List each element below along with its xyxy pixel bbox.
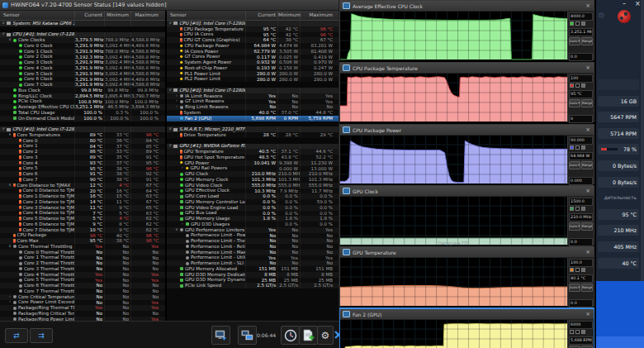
graph-window-gpu-clock[interactable]: GPU Clock × Нагрузка ГП 1500.0 210.0 (339, 185, 594, 246)
column-sensor[interactable]: Sensor (167, 11, 245, 20)
graph-titlebar[interactable]: Average Effective CPU Clock × (340, 1, 594, 12)
expand-arrow-icon[interactable]: › (180, 166, 185, 172)
sensor-group-row[interactable]: ∨CPU [#0]: Intel Core i7-12800H: Enhance… (167, 21, 339, 26)
scale-max-value[interactable]: 100.0 (569, 259, 593, 267)
logging-clock-button[interactable] (281, 326, 300, 345)
sensor-row[interactable]: Core 184 °C37 °C85 °C (0, 144, 165, 150)
sensor-group-row[interactable]: ∨CPU [#0]: Intel Core i7-12800H: Perform… (167, 88, 339, 93)
sensor-row[interactable]: Core 7 Distance to TjMAX10 °C9 °C62 °C (0, 227, 165, 233)
grid-color-swatch[interactable] (581, 268, 585, 272)
graph-window-cpu-package-power[interactable]: CPU Package Power × 90.000 64.984 W (339, 124, 594, 184)
collapse-arrow-icon[interactable]: ∨ (168, 88, 173, 93)
sensor-row[interactable]: ›Core Power Limit ExceededNoNoYes (0, 300, 165, 306)
column-minimum[interactable]: Minimum (277, 11, 300, 20)
collapse-arrow-icon[interactable]: ∨ (168, 126, 173, 132)
sensor-row[interactable]: GPU Hot Spot Temperature48.5 °C43.8 °C52… (167, 155, 339, 160)
scale-min-value[interactable]: 0.0 (569, 53, 593, 61)
collapse-arrow-icon[interactable]: ∨ (1, 32, 6, 38)
collapse-arrow-icon[interactable]: ∨ (7, 37, 12, 43)
close-icon[interactable]: × (585, 3, 591, 9)
widget-minimize-button[interactable]: – (623, 0, 626, 7)
sensor-row[interactable]: Package/Ring Thermal ThrottlingYesNoYes (0, 305, 165, 311)
sensor-row[interactable]: Core 5 Thermal ThrottlingYesNoYes (0, 278, 165, 284)
sensor-row[interactable]: GPU Video Clock555.0 MHz555.0 MHz555.0 M… (167, 183, 339, 188)
collapse-arrow-icon[interactable]: ∨ (168, 21, 173, 26)
grid-color-swatch[interactable] (581, 83, 585, 88)
range-button[interactable]: Range (581, 284, 593, 292)
sensor-row[interactable]: Average Effective CPU Clock3,251.1 MHz46… (0, 104, 165, 110)
range-button[interactable]: Range (581, 37, 593, 45)
sensor-row[interactable]: Bus Clock99.8 MHz99.8 MHz99.8 MHz (0, 88, 165, 93)
grid-color-swatch[interactable] (581, 145, 585, 150)
sensor-row[interactable]: CPU Package Temperature95 °C42 °C96 °C (167, 26, 339, 32)
series-color-swatch[interactable] (570, 145, 574, 150)
sensor-row[interactable]: CPU IA Cores95 °C42 °C96 °C (167, 32, 339, 38)
sensor-row[interactable]: Core 389 °C35 °C91 °C (0, 155, 165, 160)
column-minimum[interactable]: Minimum (104, 11, 130, 20)
swap-columns-button[interactable]: ⇄ (5, 328, 28, 343)
sensor-row[interactable]: GPU Clock210.0 MHz210.0 MHz210.0 MHz (167, 171, 339, 177)
close-icon[interactable]: × (585, 250, 591, 255)
sensor-row[interactable]: PL1 Power Limit280.0 W280.0 W280.0 W (167, 71, 339, 77)
range-button[interactable]: Range (581, 99, 593, 107)
sensor-row[interactable]: Core 7 Clock3,291.9 MHz3,092.4 MHz4,588.… (0, 82, 165, 88)
expand-arrow-icon[interactable]: › (180, 222, 185, 227)
sensor-row[interactable]: Core 5 Clock3,291.9 MHz3,092.4 MHz4,588.… (0, 71, 165, 77)
widget-scrollbar[interactable] (641, 0, 644, 281)
sensor-row[interactable]: PL2 Power Limit280.0 W280.0 W280.0 W (167, 77, 339, 83)
column-header-row[interactable]: Sensor Current Minimum Maximum (167, 11, 339, 21)
sensor-row[interactable]: CPU Package96 °C40 °C96 °C (0, 233, 165, 239)
background-color-swatch[interactable] (575, 83, 580, 88)
graph-titlebar[interactable]: CPU Package Temperature × (340, 63, 594, 74)
graph-window-average-effective-cpu-clock[interactable]: Average Effective CPU Clock × 4000.0 (339, 0, 594, 60)
auto-fit-button[interactable]: Auto Fit (569, 99, 580, 107)
series-color-swatch[interactable] (570, 21, 574, 26)
sensor-row[interactable]: Core 3 Distance to TjMAX11 °C9 °C65 °C (0, 205, 165, 211)
sensor-row[interactable]: Core 595 °C38 °C96 °C (0, 166, 165, 172)
sensor-row[interactable]: Total CPU Usage100.0 %0.3 %100.0 % (0, 110, 165, 116)
graph-titlebar[interactable]: GPU Clock × (340, 186, 594, 197)
expand-arrow-icon[interactable]: › (174, 99, 179, 105)
graph-window-fan-2-gpu-[interactable]: Fan 2 (GPU) × 6000 5,698 RPM (339, 307, 594, 348)
graph-titlebar[interactable]: Fan 2 (GPU) × (340, 309, 594, 320)
sensor-row[interactable]: Core 0 Thermal ThrottlingNoNoNo (0, 250, 165, 255)
sensor-row[interactable]: Performance Limit - UtilizationYesYesYes (167, 255, 339, 261)
sensor-row[interactable]: ›GT Limit ReasonsYesNoYes (167, 99, 339, 105)
series-color-swatch[interactable] (570, 207, 574, 211)
sensor-row[interactable]: Rest-of-Chip Power0.193 W0.158 W0.247 W (167, 65, 339, 71)
move-values-button[interactable]: ⇉ (30, 328, 53, 343)
column-sensor[interactable]: Sensor (0, 11, 74, 20)
scale-max-value[interactable]: 6000 (569, 321, 593, 329)
sensor-row[interactable]: GPU Effective Clock10.3 MHz7.9 MHz11.7 M… (167, 188, 339, 194)
sensor-row[interactable]: Core 3 Clock3,291.9 MHz3,092.4 MHz4,588.… (0, 60, 165, 65)
auto-fit-button[interactable]: Auto Fit (569, 37, 580, 45)
sensor-row[interactable]: Core 691 °C38 °C92 °C (0, 171, 165, 177)
background-color-swatch[interactable] (575, 145, 580, 150)
sensor-row[interactable]: Core Max95 °C38 °C96 °C (0, 238, 165, 244)
sensor-row[interactable]: GPU Bus Load0.0 %0.0 %0.0 % (167, 211, 339, 217)
sensor-row[interactable]: ∨Core Thermal ThrottlingYesNoYes (0, 244, 165, 250)
collapse-arrow-icon[interactable]: ∨ (174, 227, 179, 233)
sensor-row[interactable]: Core 2 Thermal ThrottlingNoNoNo (0, 260, 165, 266)
sensor-row[interactable]: Performance Limit - ThermalNoNoNo (167, 238, 339, 244)
column-maximum[interactable]: Maximum (300, 11, 339, 20)
sensor-row[interactable]: Core 1 Thermal ThrottlingNoNoNo (0, 255, 165, 261)
sensor-row[interactable]: ›Core Critical TemperatureNoNoNo (0, 294, 165, 300)
graph-window-gpu-temperature[interactable]: GPU Temperature × 100.0 40.1 °C (339, 246, 594, 307)
sensor-row[interactable]: GPU Video Engine Load0.0 %0.0 %0.0 % (167, 205, 339, 211)
sensor-row[interactable]: ›IA Limit ReasonsYesNoYes (167, 93, 339, 99)
close-icon[interactable]: × (585, 127, 591, 133)
collapse-arrow-icon[interactable]: ∨ (7, 132, 12, 138)
scale-max-value[interactable]: 90.000 (569, 136, 593, 145)
scale-min-value[interactable]: 0.0 (569, 299, 593, 307)
sensor-row[interactable]: Core 1 Clock3,291.9 MHz788.0 MHz4,588.8 … (0, 49, 165, 55)
sensor-row[interactable]: Core 6 Thermal ThrottlingNoNoNo (0, 283, 165, 288)
sensor-row[interactable]: ∨GPU Performance LimitersYesNoYes (167, 227, 339, 233)
remote-monitoring-button[interactable] (211, 326, 230, 345)
background-color-swatch[interactable] (575, 330, 580, 334)
close-icon[interactable]: × (585, 312, 591, 317)
report-button[interactable] (299, 326, 318, 345)
collapse-arrow-icon[interactable]: ∨ (1, 21, 6, 26)
sensor-row[interactable]: ›GPU D3D Usages0.0 %0.0 % (167, 222, 339, 227)
sensor-row[interactable]: Core 286 °C33 °C89 °C (0, 149, 165, 155)
